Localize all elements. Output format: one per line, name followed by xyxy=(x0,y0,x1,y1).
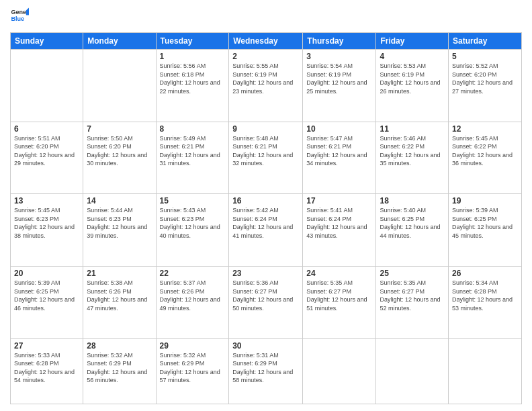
page: General Blue SundayMondayTuesdayWednesda… xyxy=(0,0,532,411)
sunrise-text: Sunrise: 5:39 AM xyxy=(14,279,79,287)
daylight-text: Daylight: 12 hours and 47 minutes. xyxy=(87,295,152,312)
sunset-text: Sunset: 6:21 PM xyxy=(160,142,226,151)
daylight-text: Daylight: 12 hours and 52 minutes. xyxy=(380,295,445,312)
sunset-text: Sunset: 6:28 PM xyxy=(452,287,518,296)
day-number: 16 xyxy=(232,196,299,205)
day-info: Sunrise: 5:34 AM Sunset: 6:28 PM Dayligh… xyxy=(452,279,518,312)
calendar-cell: 3 Sunrise: 5:54 AM Sunset: 6:19 PM Dayli… xyxy=(303,50,376,122)
day-info: Sunrise: 5:53 AM Sunset: 6:19 PM Dayligh… xyxy=(380,62,445,95)
calendar-cell: 5 Sunrise: 5:52 AM Sunset: 6:20 PM Dayli… xyxy=(449,50,522,122)
sunset-text: Sunset: 6:27 PM xyxy=(306,287,372,296)
day-info: Sunrise: 5:39 AM Sunset: 6:25 PM Dayligh… xyxy=(452,206,518,240)
sunset-text: Sunset: 6:29 PM xyxy=(232,359,299,368)
daylight-text: Daylight: 12 hours and 32 minutes. xyxy=(232,151,299,168)
sunrise-text: Sunrise: 5:51 AM xyxy=(14,134,79,143)
sunset-text: Sunset: 6:20 PM xyxy=(87,142,152,151)
day-info: Sunrise: 5:36 AM Sunset: 6:27 PM Dayligh… xyxy=(232,279,299,312)
sunrise-text: Sunrise: 5:39 AM xyxy=(452,206,518,215)
calendar-cell: 26 Sunrise: 5:34 AM Sunset: 6:28 PM Dayl… xyxy=(449,266,522,338)
daylight-text: Daylight: 12 hours and 53 minutes. xyxy=(452,295,518,312)
calendar-week-row: 13 Sunrise: 5:45 AM Sunset: 6:23 PM Dayl… xyxy=(11,194,522,267)
sunrise-text: Sunrise: 5:38 AM xyxy=(87,279,152,287)
sunset-text: Sunset: 6:24 PM xyxy=(232,215,299,224)
day-info: Sunrise: 5:50 AM Sunset: 6:20 PM Dayligh… xyxy=(87,134,152,168)
day-info: Sunrise: 5:32 AM Sunset: 6:29 PM Dayligh… xyxy=(87,351,152,385)
calendar-cell: 24 Sunrise: 5:35 AM Sunset: 6:27 PM Dayl… xyxy=(303,266,376,338)
sunrise-text: Sunrise: 5:49 AM xyxy=(160,134,226,143)
sunset-text: Sunset: 6:27 PM xyxy=(232,287,299,296)
sunset-text: Sunset: 6:21 PM xyxy=(232,142,299,151)
sunrise-text: Sunrise: 5:42 AM xyxy=(232,206,299,215)
daylight-text: Daylight: 12 hours and 40 minutes. xyxy=(160,223,226,240)
sunrise-text: Sunrise: 5:40 AM xyxy=(380,206,445,215)
day-number: 19 xyxy=(452,196,518,205)
calendar-cell: 21 Sunrise: 5:38 AM Sunset: 6:26 PM Dayl… xyxy=(83,266,156,338)
sunrise-text: Sunrise: 5:33 AM xyxy=(14,351,79,360)
day-number: 28 xyxy=(87,341,152,351)
daylight-text: Daylight: 12 hours and 23 minutes. xyxy=(232,79,299,95)
day-info: Sunrise: 5:56 AM Sunset: 6:18 PM Dayligh… xyxy=(160,62,226,95)
calendar-cell xyxy=(376,338,449,404)
day-number: 8 xyxy=(160,124,226,134)
day-number: 14 xyxy=(87,196,152,205)
daylight-text: Daylight: 12 hours and 45 minutes. xyxy=(452,223,518,240)
day-number: 27 xyxy=(14,341,79,351)
sunrise-text: Sunrise: 5:55 AM xyxy=(232,62,299,71)
calendar-cell xyxy=(303,338,376,404)
daylight-text: Daylight: 12 hours and 38 minutes. xyxy=(14,223,79,240)
day-number: 24 xyxy=(306,269,372,278)
sunset-text: Sunset: 6:22 PM xyxy=(452,142,518,151)
day-of-week-header: Wednesday xyxy=(229,33,303,50)
calendar-cell: 17 Sunrise: 5:41 AM Sunset: 6:24 PM Dayl… xyxy=(303,194,376,267)
sunrise-text: Sunrise: 5:37 AM xyxy=(160,279,226,287)
calendar-cell: 16 Sunrise: 5:42 AM Sunset: 6:24 PM Dayl… xyxy=(229,194,303,267)
day-info: Sunrise: 5:32 AM Sunset: 6:29 PM Dayligh… xyxy=(160,351,226,385)
day-number: 6 xyxy=(14,124,79,134)
calendar-cell: 23 Sunrise: 5:36 AM Sunset: 6:27 PM Dayl… xyxy=(229,266,303,338)
day-info: Sunrise: 5:49 AM Sunset: 6:21 PM Dayligh… xyxy=(160,134,226,168)
sunset-text: Sunset: 6:22 PM xyxy=(380,142,445,151)
daylight-text: Daylight: 12 hours and 44 minutes. xyxy=(380,223,445,240)
calendar-cell: 20 Sunrise: 5:39 AM Sunset: 6:25 PM Dayl… xyxy=(11,266,83,338)
calendar-week-row: 27 Sunrise: 5:33 AM Sunset: 6:28 PM Dayl… xyxy=(11,338,522,404)
day-of-week-header: Friday xyxy=(376,33,449,50)
calendar-cell: 18 Sunrise: 5:40 AM Sunset: 6:25 PM Dayl… xyxy=(376,194,449,267)
calendar-header-row: SundayMondayTuesdayWednesdayThursdayFrid… xyxy=(11,33,522,50)
sunset-text: Sunset: 6:28 PM xyxy=(14,359,79,368)
calendar-week-row: 20 Sunrise: 5:39 AM Sunset: 6:25 PM Dayl… xyxy=(11,266,522,338)
daylight-text: Daylight: 12 hours and 30 minutes. xyxy=(87,151,152,168)
day-info: Sunrise: 5:35 AM Sunset: 6:27 PM Dayligh… xyxy=(380,279,445,312)
day-number: 12 xyxy=(452,124,518,134)
calendar-cell: 8 Sunrise: 5:49 AM Sunset: 6:21 PM Dayli… xyxy=(156,122,229,194)
daylight-text: Daylight: 12 hours and 49 minutes. xyxy=(160,295,226,312)
day-info: Sunrise: 5:44 AM Sunset: 6:23 PM Dayligh… xyxy=(87,206,152,240)
sunset-text: Sunset: 6:29 PM xyxy=(87,359,152,368)
calendar-cell xyxy=(449,338,522,404)
sunset-text: Sunset: 6:25 PM xyxy=(380,215,445,224)
calendar: SundayMondayTuesdayWednesdayThursdayFrid… xyxy=(10,32,522,404)
sunrise-text: Sunrise: 5:35 AM xyxy=(380,279,445,287)
daylight-text: Daylight: 12 hours and 58 minutes. xyxy=(232,368,299,385)
calendar-cell: 6 Sunrise: 5:51 AM Sunset: 6:20 PM Dayli… xyxy=(11,122,83,194)
daylight-text: Daylight: 12 hours and 57 minutes. xyxy=(160,368,226,385)
sunrise-text: Sunrise: 5:35 AM xyxy=(306,279,372,287)
calendar-cell xyxy=(83,50,156,122)
day-number: 15 xyxy=(160,196,226,205)
day-info: Sunrise: 5:41 AM Sunset: 6:24 PM Dayligh… xyxy=(306,206,372,240)
daylight-text: Daylight: 12 hours and 41 minutes. xyxy=(232,223,299,240)
sunset-text: Sunset: 6:24 PM xyxy=(306,215,372,224)
day-number: 22 xyxy=(160,269,226,278)
sunrise-text: Sunrise: 5:36 AM xyxy=(232,279,299,287)
sunrise-text: Sunrise: 5:56 AM xyxy=(160,62,226,71)
calendar-cell: 7 Sunrise: 5:50 AM Sunset: 6:20 PM Dayli… xyxy=(83,122,156,194)
day-info: Sunrise: 5:48 AM Sunset: 6:21 PM Dayligh… xyxy=(232,134,299,168)
sunrise-text: Sunrise: 5:46 AM xyxy=(380,134,445,143)
daylight-text: Daylight: 12 hours and 35 minutes. xyxy=(380,151,445,168)
sunset-text: Sunset: 6:19 PM xyxy=(306,71,372,79)
logo: General Blue xyxy=(10,7,29,26)
calendar-cell: 15 Sunrise: 5:43 AM Sunset: 6:23 PM Dayl… xyxy=(156,194,229,267)
day-number: 29 xyxy=(160,341,226,351)
calendar-cell: 27 Sunrise: 5:33 AM Sunset: 6:28 PM Dayl… xyxy=(11,338,83,404)
day-info: Sunrise: 5:42 AM Sunset: 6:24 PM Dayligh… xyxy=(232,206,299,240)
day-info: Sunrise: 5:54 AM Sunset: 6:19 PM Dayligh… xyxy=(306,62,372,95)
